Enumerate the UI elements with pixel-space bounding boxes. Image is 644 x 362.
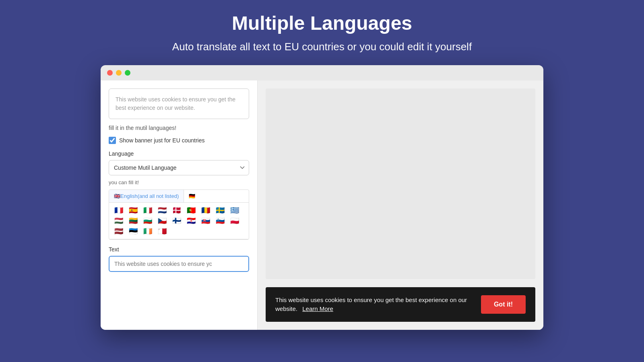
flag-ee[interactable]: 🇪🇪 <box>127 227 140 236</box>
text-input[interactable] <box>109 256 249 272</box>
mac-window: This website uses cookies to ensure you … <box>101 65 543 330</box>
right-panel: This website uses cookies to ensure you … <box>258 80 543 330</box>
got-it-button[interactable]: Got it! <box>481 295 526 314</box>
de-flag: 🇩🇪 <box>189 193 195 199</box>
maximize-button[interactable] <box>125 70 130 76</box>
flag-mt[interactable]: 🇲🇹 <box>156 227 169 236</box>
flag-pt[interactable]: 🇵🇹 <box>185 206 198 215</box>
language-select[interactable]: Custome Mutil Language Auto Translate En… <box>109 160 249 175</box>
language-tabs: 🇬🇧English(and all not listed) 🇩🇪 🇫🇷 🇪🇸 🇮… <box>109 189 249 240</box>
checkbox-row: Show banner just for EU countries <box>109 137 249 144</box>
flag-lt[interactable]: 🇱🇹 <box>127 216 140 225</box>
lang-tab-english[interactable]: 🇬🇧English(and all not listed) <box>109 190 184 202</box>
flag-se[interactable]: 🇸🇪 <box>214 206 227 215</box>
flag-ie[interactable]: 🇮🇪 <box>141 227 154 236</box>
fill-it-label: you can fill it! <box>109 179 249 185</box>
eu-countries-label: Show banner just for EU countries <box>119 137 204 144</box>
learn-more-link[interactable]: Learn More <box>302 305 333 312</box>
flag-gr[interactable]: 🇬🇷 <box>228 206 241 215</box>
page-title: Multiple Languages <box>232 12 412 34</box>
minimize-button[interactable] <box>116 70 122 76</box>
flag-es[interactable]: 🇪🇸 <box>127 206 140 215</box>
flag-cz[interactable]: 🇨🇿 <box>156 216 169 225</box>
flag-hr[interactable]: 🇭🇷 <box>185 216 198 225</box>
flag-ro[interactable]: 🇷🇴 <box>199 206 212 215</box>
page-subtitle: Auto translate all text to EU countries … <box>172 41 472 53</box>
flag-dk[interactable]: 🇩🇰 <box>170 206 183 215</box>
flag-fi[interactable]: 🇫🇮 <box>170 216 183 225</box>
flag-nl[interactable]: 🇳🇱 <box>156 206 169 215</box>
english-tab-text: 🇬🇧English(and all not listed) <box>114 193 179 199</box>
fill-label: fill it in the mutil languages! <box>109 125 249 131</box>
flag-pl[interactable]: 🇵🇱 <box>228 216 241 225</box>
flag-sk[interactable]: 🇸🇰 <box>199 216 212 225</box>
flag-si[interactable]: 🇸🇮 <box>214 216 227 225</box>
flag-lv[interactable]: 🇱🇻 <box>112 227 125 236</box>
cookie-banner: This website uses cookies to ensure you … <box>266 287 535 322</box>
lang-tab-de[interactable]: 🇩🇪 <box>184 190 200 202</box>
mac-content: This website uses cookies to ensure you … <box>101 80 543 330</box>
close-button[interactable] <box>107 70 113 76</box>
flag-fr[interactable]: 🇫🇷 <box>112 206 125 215</box>
text-field-label: Text <box>109 246 249 253</box>
flag-hu[interactable]: 🇭🇺 <box>112 216 125 225</box>
mac-titlebar <box>101 65 543 80</box>
flag-grid: 🇫🇷 🇪🇸 🇮🇹 🇳🇱 🇩🇰 🇵🇹 🇷🇴 🇸🇪 🇬🇷 🇭🇺 🇱🇹 🇧🇬 <box>109 203 249 239</box>
language-field-label: Language <box>109 150 249 157</box>
cookie-preview-box: This website uses cookies to ensure you … <box>109 88 249 119</box>
banner-text-block: This website uses cookies to ensure you … <box>275 296 471 314</box>
left-panel: This website uses cookies to ensure you … <box>101 80 258 330</box>
cookie-preview-text: This website uses cookies to ensure you … <box>116 96 235 111</box>
flag-bg[interactable]: 🇧🇬 <box>141 216 154 225</box>
eu-countries-checkbox[interactable] <box>109 137 116 144</box>
flag-it[interactable]: 🇮🇹 <box>141 206 154 215</box>
preview-area <box>266 88 535 279</box>
lang-tab-top-row: 🇬🇧English(and all not listed) 🇩🇪 <box>109 190 249 203</box>
